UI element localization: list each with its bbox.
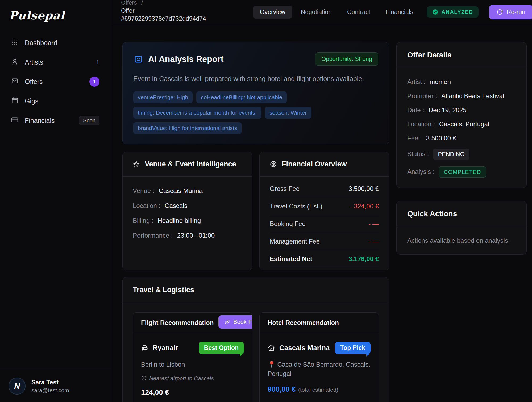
offer-detail-row: Location : Cascais, Portugal <box>407 120 516 128</box>
venue-intelligence-card: Venue & Event Intelligence Venue : Casca… <box>122 152 252 270</box>
fee-label: Booking Fee <box>270 220 306 228</box>
offer-status-row: Status : PENDING <box>407 149 516 160</box>
travel-title: Travel & Logistics <box>133 286 194 294</box>
venue-card-title: Venue & Event Intelligence <box>145 160 236 168</box>
breadcrumb-current-line1: Offer <box>121 7 206 15</box>
detail-value: momen <box>430 78 451 86</box>
offer-analysis-row: Analysis : COMPLETED <box>407 166 516 178</box>
sidebar-item-label: Dashboard <box>25 39 57 47</box>
analyzed-status-badge: ANALYZED <box>427 6 479 18</box>
book-flight-label: Book Flight <box>233 319 252 325</box>
airline-name: Ryanair <box>153 344 178 352</box>
venue-label: Location : <box>133 202 160 210</box>
breadcrumb-separator: / <box>141 0 143 6</box>
fee-value: - — <box>368 238 379 245</box>
rerun-button[interactable]: Re-run <box>489 5 532 19</box>
car-front-icon <box>141 344 148 351</box>
sidebar-item-label: Offers <box>25 78 43 86</box>
content: AI Analysis Report Opportunity: Strong E… <box>111 24 532 402</box>
analysis-tags: venuePrestige: High coHeadlineBilling: N… <box>133 91 325 134</box>
hotel-price-value: 900,00 € <box>268 385 296 393</box>
ai-summary-text: Event in Cascais is well-prepared with s… <box>133 74 378 84</box>
hotel-card-title: Hotel Recommendation <box>268 319 339 326</box>
book-flight-button[interactable]: Book Flight <box>218 315 252 329</box>
tab-negotiation[interactable]: Negotiation <box>294 6 338 19</box>
quick-actions-empty-text: Actions available based on analysis. <box>397 227 526 254</box>
breadcrumb-offer-id: #69762299378e7d732dd94d74 <box>121 15 206 23</box>
sidebar-item-label: Financials <box>25 117 55 124</box>
flight-price: 124,00 € <box>141 388 244 397</box>
offer-detail-row: Fee : 3.500,00 € <box>407 135 516 142</box>
detail-label: Location : <box>407 120 435 128</box>
sidebar: Pulsepal Dashboard Artis <box>0 0 111 402</box>
tab-financials[interactable]: Financials <box>379 6 420 19</box>
venue-row: Venue : Cascais Marina <box>133 187 242 195</box>
detail-value: 3.500,00 € <box>426 135 456 142</box>
venue-row: Location : Cascais <box>133 202 242 210</box>
flight-route: Berlin to Lisbon <box>141 360 244 369</box>
offer-detail-row: Promoter : Atlantic Beats Festival <box>407 92 516 100</box>
fee-row-management: Management Fee - — <box>270 233 379 250</box>
fee-row-booking: Booking Fee - — <box>270 215 379 233</box>
rerun-label: Re-run <box>507 9 525 16</box>
right-column: Offer Details Artist : momen Promoter : … <box>396 42 527 255</box>
financial-card-title: Financial Overview <box>282 160 347 168</box>
offer-detail-row: Artist : momen <box>407 78 516 86</box>
flight-note: Nearest airport to Cascais <box>141 375 244 382</box>
sidebar-item-financials[interactable]: Financials Soon <box>5 113 106 128</box>
hotel-recommendation-card: Hotel Recommendation Cascais Mar <box>259 312 379 402</box>
sidebar-nav: Dashboard Artists 1 Offers <box>0 35 111 128</box>
detail-value: Atlantic Beats Festival <box>441 92 504 100</box>
completed-analysis-badge: COMPLETED <box>439 166 486 178</box>
hotel-address: 📍 Casa de São Bernardo, Cascais, Portuga… <box>268 360 371 379</box>
top-pick-badge: Top Pick <box>335 342 371 354</box>
travel-logistics-card: Travel & Logistics Flight Recommendation <box>122 277 389 402</box>
breadcrumb-offers-link[interactable]: Offers <box>121 0 137 6</box>
pending-status-badge: PENDING <box>433 149 469 160</box>
user-profile[interactable]: N Sara Test sara@test.com <box>0 370 111 402</box>
venue-label: Venue : <box>133 187 154 195</box>
fee-label: Travel Costs (Est.) <box>270 203 322 210</box>
detail-label: Date : <box>407 106 424 114</box>
hotel-price-suffix: (total estimated) <box>298 387 338 393</box>
main-area: Offers / Offer #69762299378e7d732dd94d74… <box>111 0 532 402</box>
star-icon <box>133 161 140 168</box>
tab-overview[interactable]: Overview <box>253 6 292 19</box>
user-icon <box>11 58 18 67</box>
analyzed-status-label: ANALYZED <box>442 9 473 15</box>
detail-value: Dec 19, 2025 <box>429 106 467 114</box>
offer-detail-row: Date : Dec 19, 2025 <box>407 106 516 114</box>
sidebar-item-label: Gigs <box>25 97 38 105</box>
analysis-tag: brandValue: High for international artis… <box>133 122 242 134</box>
app-root: Pulsepal Dashboard Artis <box>0 0 532 402</box>
sidebar-item-offers[interactable]: Offers 1 <box>5 74 106 89</box>
flight-card-title: Flight Recommendation <box>141 319 214 326</box>
hotel-name: Cascais Marina <box>279 344 330 352</box>
venue-row: Performance : 23:00 - 01:00 <box>133 232 242 239</box>
venue-value: Cascais Marina <box>159 187 202 195</box>
fee-value: 3.176,00 € <box>349 255 379 263</box>
sidebar-item-gigs[interactable]: Gigs <box>5 94 106 108</box>
fee-row-gross: Gross Fee 3.500,00 € <box>270 180 379 198</box>
analysis-tag: season: Winter <box>265 107 311 119</box>
hotel-price: 900,00 €(total estimated) <box>268 385 371 393</box>
user-name: Sara Test <box>31 379 69 386</box>
best-option-badge: Best Option <box>199 342 244 354</box>
venue-value: Headline billing <box>157 217 201 224</box>
sidebar-item-dashboard[interactable]: Dashboard <box>5 35 106 50</box>
user-email: sara@test.com <box>31 387 69 393</box>
tab-contract[interactable]: Contract <box>341 6 377 19</box>
venue-value: Cascais <box>165 202 187 210</box>
fee-row-estimated-net: Estimated Net 3.176,00 € <box>270 250 379 268</box>
fee-value: - — <box>368 220 379 228</box>
dollar-circle-icon <box>270 161 277 168</box>
fee-label: Estimated Net <box>270 255 312 263</box>
soon-badge: Soon <box>79 116 99 125</box>
financial-overview-card: Financial Overview Gross Fee 3.500,00 € … <box>259 152 389 270</box>
sidebar-item-artists[interactable]: Artists 1 <box>5 55 106 70</box>
check-circle-icon <box>432 9 438 15</box>
offers-count-badge: 1 <box>89 77 99 87</box>
venue-label: Billing : <box>133 217 153 224</box>
ai-analysis-card: AI Analysis Report Opportunity: Strong E… <box>122 42 389 144</box>
fee-label: Gross Fee <box>270 185 300 192</box>
